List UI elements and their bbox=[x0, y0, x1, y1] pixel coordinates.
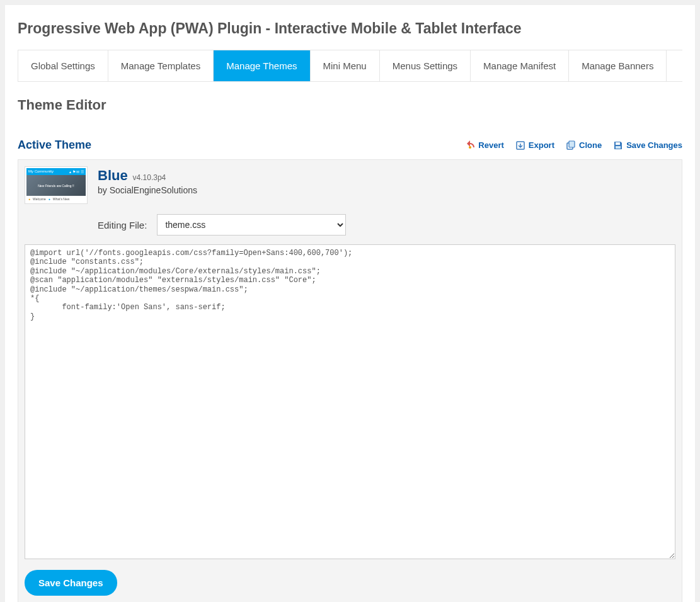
theme-panel: My Community▴ ⚑ ✉ ☰ New Friends are Call… bbox=[18, 159, 682, 602]
save-changes-label: Save Changes bbox=[626, 140, 682, 150]
section-title: Theme Editor bbox=[18, 97, 682, 113]
active-theme-label: Active Theme bbox=[18, 139, 91, 152]
theme-name: Blue bbox=[98, 168, 128, 184]
tab-spacer bbox=[667, 50, 694, 81]
action-links: Revert Export Clone Save Changes bbox=[465, 140, 682, 150]
tab-manage-themes[interactable]: Manage Themes bbox=[214, 50, 310, 81]
svg-rect-5 bbox=[616, 146, 621, 149]
thumb-bot1: Welcome bbox=[33, 197, 46, 201]
thumb-title: My Community bbox=[28, 169, 54, 174]
clone-label: Clone bbox=[579, 140, 602, 150]
editing-file-label: Editing File: bbox=[98, 220, 147, 230]
tab-manage-banners[interactable]: Manage Banners bbox=[569, 50, 667, 81]
code-editor[interactable] bbox=[25, 244, 675, 559]
revert-label: Revert bbox=[478, 140, 503, 150]
tab-mini-menu[interactable]: Mini Menu bbox=[311, 50, 380, 81]
thumb-mid: New Friends are Calling !! bbox=[26, 175, 86, 196]
svg-rect-3 bbox=[569, 141, 575, 147]
theme-thumbnail: My Community▴ ⚑ ✉ ☰ New Friends are Call… bbox=[25, 166, 88, 204]
file-select[interactable]: theme.css bbox=[157, 214, 346, 236]
tab-bar: Global SettingsManage TemplatesManage Th… bbox=[18, 50, 682, 82]
clone-icon bbox=[566, 140, 576, 150]
clone-link[interactable]: Clone bbox=[566, 140, 602, 150]
svg-point-0 bbox=[469, 146, 471, 149]
tab-manage-templates[interactable]: Manage Templates bbox=[108, 50, 214, 81]
export-label: Export bbox=[529, 140, 554, 150]
theme-author: by SocialEngineSolutions bbox=[98, 185, 197, 195]
revert-icon bbox=[465, 140, 475, 150]
revert-link[interactable]: Revert bbox=[465, 140, 503, 150]
svg-rect-4 bbox=[616, 142, 620, 145]
tab-menus-settings[interactable]: Menus Settings bbox=[380, 50, 471, 81]
export-icon bbox=[515, 140, 525, 150]
tab-manage-manifest[interactable]: Manage Manifest bbox=[471, 50, 569, 81]
save-icon bbox=[613, 140, 623, 150]
save-changes-link[interactable]: Save Changes bbox=[613, 140, 682, 150]
thumb-bot2: What's New bbox=[53, 197, 70, 201]
tab-global-settings[interactable]: Global Settings bbox=[18, 50, 108, 81]
export-link[interactable]: Export bbox=[515, 140, 554, 150]
page-title: Progressive Web App (PWA) Plugin - Inter… bbox=[18, 20, 682, 37]
save-button[interactable]: Save Changes bbox=[25, 570, 117, 596]
theme-version: v4.10.3p4 bbox=[133, 173, 166, 182]
